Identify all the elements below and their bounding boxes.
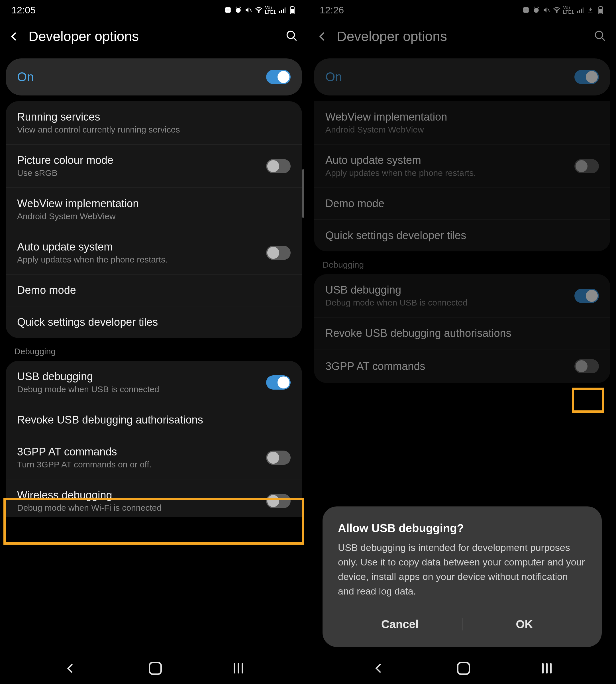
header: Developer options — [0, 20, 308, 59]
settings-card: Running services View and control curren… — [6, 101, 302, 338]
row-sub: Use sRGB — [17, 168, 258, 178]
svg-line-13 — [293, 37, 296, 41]
svg-rect-11 — [291, 9, 294, 14]
row-picture-colour[interactable]: Picture colour mode Use sRGB — [6, 145, 302, 188]
settings-list: Running services View and control curren… — [0, 101, 308, 517]
row-wireless-debugging[interactable]: Wireless debugging Debug mode when Wi-Fi… — [6, 479, 302, 517]
row-sub: Debug mode when USB is connected — [17, 384, 258, 394]
row-auto-update[interactable]: Auto update system Apply updates when th… — [6, 231, 302, 275]
row-demo-mode[interactable]: Demo mode — [6, 275, 302, 306]
svg-rect-6 — [281, 10, 282, 13]
toggle-picture-colour[interactable] — [266, 159, 291, 173]
page-title: Developer options — [28, 28, 277, 44]
signal-icon — [278, 6, 286, 14]
row-sub: Debug mode when Wi-Fi is connected — [17, 503, 258, 513]
phone-left: 12:05 Vo)LTE1 Deve — [0, 0, 308, 684]
row-title: Demo mode — [17, 284, 291, 296]
back-button[interactable] — [8, 31, 20, 42]
row-title: Revoke USB debugging authorisations — [17, 414, 291, 426]
svg-rect-8 — [285, 7, 286, 13]
nav-home[interactable] — [149, 662, 162, 675]
row-webview[interactable]: WebView implementation Android System We… — [6, 188, 302, 231]
row-3gpp[interactable]: 3GPP AT commands Turn 3GPP AT commands o… — [6, 436, 302, 479]
search-button[interactable] — [285, 30, 299, 43]
row-sub: Android System WebView — [17, 212, 291, 221]
status-bar: 12:05 Vo)LTE1 — [0, 0, 308, 20]
row-sub: Turn 3GPP AT commands on or off. — [17, 460, 258, 469]
phone-right: 12:26 Vo)LTE1 — [308, 0, 616, 684]
master-toggle[interactable] — [266, 70, 291, 84]
dialog-title: Allow USB debugging? — [338, 522, 586, 535]
dnd-icon — [224, 6, 232, 14]
dialog-overlay: Allow USB debugging? USB debugging is in… — [308, 0, 616, 684]
volte-icon: Vo)LTE1 — [265, 5, 276, 15]
row-title: Quick settings developer tiles — [17, 316, 291, 328]
dialog-usb-debugging: Allow USB debugging? USB debugging is in… — [323, 507, 602, 647]
row-title: Auto update system — [17, 241, 258, 253]
dialog-ok-button[interactable]: OK — [462, 618, 586, 631]
status-icons: Vo)LTE1 — [224, 5, 296, 15]
scrollbar[interactable] — [302, 169, 304, 218]
row-quick-settings-tiles[interactable]: Quick settings developer tiles — [6, 306, 302, 338]
row-sub: Apply updates when the phone restarts. — [17, 255, 258, 264]
dialog-cancel-button[interactable]: Cancel — [338, 618, 462, 631]
row-sub: View and control currently running servi… — [17, 125, 291, 134]
battery-icon — [288, 6, 296, 14]
row-title: Running services — [17, 111, 291, 123]
row-title: Picture colour mode — [17, 154, 258, 167]
svg-line-3 — [249, 8, 251, 12]
row-title: 3GPP AT commands — [17, 446, 258, 458]
svg-rect-1 — [226, 10, 230, 10]
row-usb-debugging[interactable]: USB debugging Debug mode when USB is con… — [6, 361, 302, 404]
row-running-services[interactable]: Running services View and control curren… — [6, 101, 302, 145]
row-revoke-usb[interactable]: Revoke USB debugging authorisations — [6, 404, 302, 436]
nav-recent[interactable] — [234, 663, 243, 674]
svg-point-2 — [236, 8, 240, 13]
svg-rect-7 — [283, 9, 284, 13]
status-time: 12:05 — [12, 4, 36, 16]
section-debugging: Debugging — [0, 338, 308, 361]
row-title: Wireless debugging — [17, 489, 258, 501]
nav-back[interactable] — [64, 662, 77, 675]
wifi-icon — [255, 6, 263, 14]
toggle-wireless-debugging[interactable] — [266, 494, 291, 508]
master-toggle-label: On — [17, 70, 34, 84]
alarm-icon — [234, 6, 242, 14]
dialog-buttons: Cancel OK — [338, 613, 586, 636]
toggle-3gpp[interactable] — [266, 451, 291, 465]
toggle-auto-update[interactable] — [266, 246, 291, 260]
mute-icon — [244, 6, 252, 14]
debugging-card: USB debugging Debug mode when USB is con… — [6, 361, 302, 517]
svg-point-4 — [258, 12, 259, 13]
svg-rect-5 — [279, 11, 280, 13]
row-title: USB debugging — [17, 370, 258, 383]
row-title: WebView implementation — [17, 197, 291, 210]
toggle-usb-debugging[interactable] — [266, 375, 291, 390]
dialog-body: USB debugging is intended for developmen… — [338, 540, 586, 599]
svg-point-12 — [287, 31, 294, 39]
master-toggle-row[interactable]: On — [6, 59, 302, 95]
nav-bar — [0, 653, 308, 684]
